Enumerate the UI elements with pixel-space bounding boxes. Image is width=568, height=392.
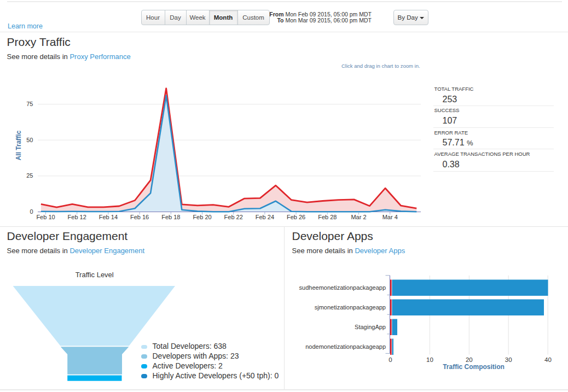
svg-text:Feb 28: Feb 28 — [318, 214, 337, 220]
svg-text:40: 40 — [544, 356, 552, 363]
svg-text:Feb 24: Feb 24 — [256, 214, 274, 220]
svg-text:nodemonetizationpackageapp: nodemonetizationpackageapp — [305, 343, 386, 350]
svg-text:Feb 12: Feb 12 — [68, 214, 86, 220]
svg-text:0: 0 — [30, 208, 33, 215]
svg-text:0: 0 — [389, 356, 392, 363]
svg-text:All Traffic: All Traffic — [15, 130, 22, 160]
svg-text:10: 10 — [426, 356, 433, 363]
svg-text:50: 50 — [26, 137, 33, 143]
svg-text:25: 25 — [26, 172, 33, 179]
svg-text:Feb 16: Feb 16 — [130, 214, 149, 220]
svg-text:20: 20 — [466, 356, 473, 363]
svg-text:sudheemonetizationpackageapp: sudheemonetizationpackageapp — [299, 284, 386, 291]
svg-text:Feb 14: Feb 14 — [99, 214, 118, 220]
svg-text:Feb 10: Feb 10 — [36, 214, 55, 220]
svg-text:Feb 22: Feb 22 — [224, 214, 243, 220]
svg-text:Feb 18: Feb 18 — [161, 214, 180, 220]
svg-text:Traffic Composition: Traffic Composition — [443, 363, 505, 371]
svg-text:75: 75 — [26, 101, 33, 107]
svg-text:Mar 4: Mar 4 — [382, 214, 398, 220]
svg-text:Mar 2: Mar 2 — [351, 214, 366, 220]
svg-text:Feb 26: Feb 26 — [287, 214, 305, 220]
svg-text:StagingApp: StagingApp — [355, 324, 386, 330]
svg-text:Feb 20: Feb 20 — [193, 214, 211, 220]
svg-text:sjmonetizationpackageapp: sjmonetizationpackageapp — [315, 304, 386, 311]
svg-text:30: 30 — [505, 356, 512, 363]
